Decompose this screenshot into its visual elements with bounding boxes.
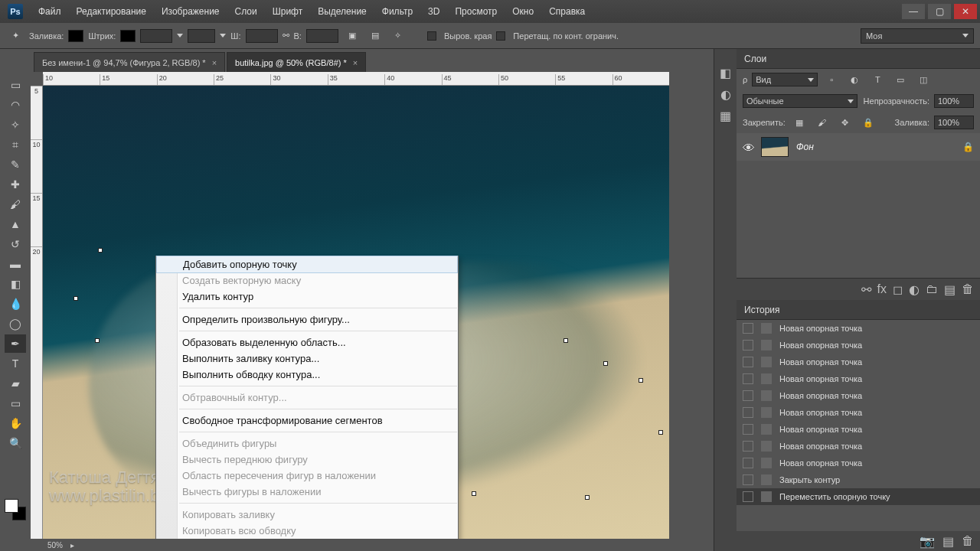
context-menu-item[interactable]: Образовать выделенную область... xyxy=(156,334,458,350)
path-anchor[interactable] xyxy=(472,491,476,496)
path-anchor[interactable] xyxy=(658,430,663,435)
height-field[interactable] xyxy=(306,29,338,43)
tool-preset-icon[interactable]: ✦ xyxy=(6,28,24,44)
shape-tool-icon[interactable]: ▭ xyxy=(5,394,26,412)
lock-position-icon[interactable]: ✥ xyxy=(836,114,854,131)
layers-panel-header[interactable]: Слои xyxy=(737,49,980,69)
history-checkbox[interactable] xyxy=(743,357,753,367)
link-wh-icon[interactable]: ⚯ xyxy=(283,31,289,41)
history-item[interactable]: Новая опорная точка xyxy=(737,455,980,471)
history-checkbox[interactable] xyxy=(743,390,753,401)
stamp-tool-icon[interactable]: ▲ xyxy=(5,215,26,233)
fx-icon[interactable]: fx xyxy=(877,282,887,296)
delete-state-icon[interactable]: 🗑 xyxy=(962,534,974,548)
path-anchor[interactable] xyxy=(74,296,78,301)
lock-all-icon[interactable]: 🔒 xyxy=(859,114,877,131)
history-checkbox[interactable] xyxy=(743,458,753,468)
adjustment-icon[interactable]: ◐ xyxy=(909,282,920,297)
history-item[interactable]: Новая опорная точка xyxy=(737,421,980,438)
lock-paint-icon[interactable]: 🖌 xyxy=(813,114,831,131)
color-swatches[interactable] xyxy=(5,499,26,520)
context-menu-item[interactable]: Выполнить обводку контура... xyxy=(156,367,458,383)
history-checkbox[interactable] xyxy=(743,340,753,350)
history-item[interactable]: Переместить опорную точку xyxy=(737,488,980,505)
pen-tool-icon[interactable]: ✒ xyxy=(5,334,26,353)
history-brush-tool-icon[interactable]: ↺ xyxy=(5,235,26,253)
history-checkbox[interactable] xyxy=(743,373,753,384)
context-menu-item[interactable]: Свободное трансформирование сегментов xyxy=(156,412,458,429)
path-anchor[interactable] xyxy=(95,338,100,343)
group-icon[interactable]: 🗀 xyxy=(926,282,938,296)
opacity-input[interactable]: 100% xyxy=(934,94,974,108)
maximize-button[interactable]: ▢ xyxy=(928,4,951,19)
filter-smart-icon[interactable]: ◫ xyxy=(914,71,933,88)
history-checkbox[interactable] xyxy=(743,441,753,452)
history-item[interactable]: Новая опорная точка xyxy=(737,320,980,337)
tab-doc-2[interactable]: butilka.jpg @ 50% (RGB/8#) *× xyxy=(227,52,366,72)
stroke-style-field[interactable] xyxy=(188,29,215,43)
lasso-tool-icon[interactable]: ◠ xyxy=(5,96,26,114)
adjustments-panel-icon[interactable]: ◐ xyxy=(717,86,734,103)
align-edges-checkbox[interactable] xyxy=(427,31,436,41)
history-panel-header[interactable]: История xyxy=(737,300,980,320)
canvas[interactable]: Катюша Дегтяренко www.plastilin.biz Доба… xyxy=(43,86,669,539)
lock-transparent-icon[interactable]: ▦ xyxy=(790,114,808,131)
wand-tool-icon[interactable]: ✧ xyxy=(5,116,26,134)
history-item[interactable]: Новая опорная точка xyxy=(737,404,980,421)
path-anchor[interactable] xyxy=(585,495,590,500)
layer-name[interactable]: Фон xyxy=(796,142,814,152)
hand-tool-icon[interactable]: ✋ xyxy=(5,414,26,432)
width-field[interactable] xyxy=(246,29,278,43)
fill-opacity-input[interactable]: 100% xyxy=(934,116,974,129)
context-menu-item[interactable]: Выполнить заливку контура... xyxy=(156,350,458,367)
delete-layer-icon[interactable]: 🗑 xyxy=(962,282,974,296)
eyedropper-tool-icon[interactable]: ✎ xyxy=(5,155,26,174)
history-checkbox[interactable] xyxy=(743,407,753,418)
menu-layers[interactable]: Слои xyxy=(227,0,265,23)
brush-tool-icon[interactable]: 🖌 xyxy=(5,195,26,214)
eraser-tool-icon[interactable]: ▬ xyxy=(5,255,26,273)
tab-doc-1[interactable]: Без имени-1 @ 94,7% (Фигура 2, RGB/8) *× xyxy=(34,52,225,72)
history-item[interactable]: Новая опорная точка xyxy=(737,370,980,387)
history-checkbox[interactable] xyxy=(743,474,753,485)
layer-thumbnail[interactable] xyxy=(761,137,789,157)
type-tool-icon[interactable]: T xyxy=(5,354,26,373)
history-item[interactable]: Новая опорная точка xyxy=(737,354,980,370)
zoom-tool-icon[interactable]: 🔍 xyxy=(5,434,26,452)
menu-view[interactable]: Просмотр xyxy=(447,0,505,23)
fg-color-swatch[interactable] xyxy=(5,499,18,513)
close-icon[interactable]: × xyxy=(353,58,358,67)
visibility-icon[interactable]: 👁 xyxy=(743,142,753,152)
layer-kind-select[interactable]: Вид xyxy=(752,73,818,86)
filter-adjust-icon[interactable]: ◐ xyxy=(845,71,864,88)
path-select-tool-icon[interactable]: ▰ xyxy=(5,374,26,393)
filter-shape-icon[interactable]: ▭ xyxy=(891,71,910,88)
menu-type[interactable]: Шрифт xyxy=(265,0,310,23)
stroke-style-dropdown-icon[interactable] xyxy=(220,34,226,37)
path-anchor[interactable] xyxy=(564,338,568,343)
drag-constrain-checkbox[interactable] xyxy=(496,31,505,41)
minimize-button[interactable]: — xyxy=(902,4,925,19)
blend-mode-select[interactable]: Обычные xyxy=(743,94,858,108)
close-button[interactable]: ✕ xyxy=(954,4,977,19)
menu-help[interactable]: Справка xyxy=(541,0,593,23)
stroke-width-field[interactable] xyxy=(140,29,172,43)
context-menu-item[interactable]: Добавить опорную точку xyxy=(156,256,458,273)
marquee-tool-icon[interactable]: ▭ xyxy=(5,76,26,94)
mask-icon[interactable]: ◻ xyxy=(893,282,903,297)
stroke-width-dropdown-icon[interactable] xyxy=(177,34,183,37)
menu-file[interactable]: Файл xyxy=(31,0,69,23)
dodge-tool-icon[interactable]: ◯ xyxy=(5,315,26,333)
menu-window[interactable]: Окно xyxy=(505,0,541,23)
menu-3d[interactable]: 3D xyxy=(420,0,447,23)
new-layer-icon[interactable]: ▤ xyxy=(944,282,956,297)
new-state-icon[interactable]: ▤ xyxy=(942,534,954,549)
menu-image[interactable]: Изображение xyxy=(154,0,227,23)
blur-tool-icon[interactable]: 💧 xyxy=(5,295,26,313)
filter-type-icon[interactable]: T xyxy=(868,71,887,88)
zoom-level[interactable]: 50% xyxy=(47,541,63,549)
stroke-swatch[interactable] xyxy=(120,30,136,42)
context-menu-item[interactable]: Определить произвольную фигуру... xyxy=(156,311,458,328)
fill-swatch[interactable] xyxy=(68,30,83,42)
pathops-icon-3[interactable]: ✧ xyxy=(389,28,407,44)
